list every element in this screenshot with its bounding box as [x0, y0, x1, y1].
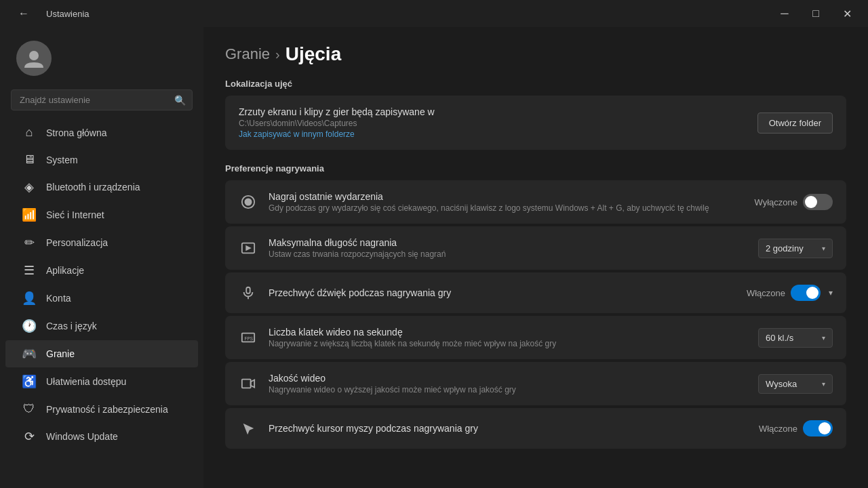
svg-rect-8	[242, 380, 251, 388]
nav-icon-privacy: 🛡	[22, 402, 37, 416]
card-info-max-length: Maksymalna długość nagrania Ustaw czas t…	[269, 237, 747, 259]
card-info-video-quality: Jakość wideo Nagrywanie wideo o wyższej …	[269, 373, 747, 394]
main-layout: 🔍 ⌂ Strona główna🖥 System◈ Bluetooth i u…	[0, 27, 868, 488]
nav-label-system: System	[46, 155, 78, 165]
dropdown-video-quality[interactable]: Wysoka ▾	[758, 374, 833, 394]
sidebar-item-privacy[interactable]: 🛡 Prywatność i zabezpieczenia	[5, 396, 198, 422]
titlebar-title: Ustawienia	[46, 9, 90, 19]
dropdown-fps[interactable]: 60 kl./s ▾	[758, 328, 833, 348]
control-record-last: Wyłączone	[755, 194, 833, 210]
dropdown-value-fps: 60 kl./s	[766, 333, 793, 343]
nav-label-personalization: Personalizacja	[46, 237, 108, 248]
nav-label-accounts: Konta	[46, 293, 71, 304]
nav-label-home: Strona główna	[46, 127, 107, 138]
user-profile	[0, 27, 203, 87]
nav-label-apps: Aplikacje	[46, 265, 84, 276]
card-subtitle-video-quality: Nagrywanie wideo o wyższej jakości może …	[269, 385, 747, 394]
card-title-fps: Liczba klatek wideo na sekundę	[269, 327, 747, 338]
sidebar-item-system[interactable]: 🖥 System	[5, 146, 198, 173]
expand-chevron-capture-audio[interactable]: ▾	[829, 288, 833, 298]
dropdown-chevron-video-quality: ▾	[822, 380, 825, 388]
card-icon-fps: FPS	[239, 328, 258, 347]
sidebar-item-accessibility[interactable]: ♿ Ułatwienia dostępu	[5, 368, 198, 395]
svg-point-0	[29, 51, 39, 60]
toggle-label-capture-audio: Włączone	[747, 288, 785, 298]
nav-icon-home: ⌂	[22, 125, 37, 140]
card-info-record-last: Nagraj ostatnie wydarzenia Gdy podczas g…	[269, 191, 744, 213]
recording-card-capture-audio: Przechwyć dźwięk podczas nagrywania gry …	[225, 272, 846, 313]
card-title-capture-cursor: Przechwyć kursor myszy podczas nagrywani…	[269, 423, 748, 434]
card-icon-capture-audio	[239, 283, 258, 302]
nav-label-time: Czas i język	[46, 321, 97, 331]
toggle-capture-cursor[interactable]	[803, 420, 833, 436]
sidebar-item-home[interactable]: ⌂ Strona główna	[5, 119, 198, 146]
control-capture-audio: Włączone ▾	[747, 285, 833, 301]
open-folder-button[interactable]: Otwórz folder	[757, 113, 833, 134]
nav-icon-accessibility: ♿	[22, 374, 37, 389]
dropdown-max-length[interactable]: 2 godziny ▾	[758, 239, 833, 258]
card-subtitle-max-length: Ustaw czas trwania rozpoczynających się …	[269, 249, 747, 259]
sidebar-item-time[interactable]: 🕐 Czas i język	[5, 312, 198, 340]
card-title-video-quality: Jakość wideo	[269, 373, 747, 384]
location-title: Zrzuty ekranu i klipy z gier będą zapisy…	[239, 106, 747, 117]
recording-section: Preferencje nagrywania Nagraj ostatnie w…	[225, 163, 846, 449]
sidebar-item-apps[interactable]: ☰ Aplikacje	[5, 257, 198, 284]
sidebar-item-windows-update[interactable]: ⟳ Windows Update	[5, 423, 198, 450]
maximize-button[interactable]: □	[800, 3, 831, 24]
card-info-capture-audio: Przechwyć dźwięk podczas nagrywania gry	[269, 287, 736, 298]
sidebar-item-personalization[interactable]: ✏ Personalizacja	[5, 229, 198, 256]
location-info: Zrzuty ekranu i klipy z gier będą zapisy…	[239, 106, 747, 139]
close-button[interactable]: ✕	[831, 3, 863, 24]
card-subtitle-fps: Nagrywanie z większą liczbą klatek na se…	[269, 339, 747, 348]
avatar	[16, 41, 52, 76]
recording-card-max-length: Maksymalna długość nagrania Ustaw czas t…	[225, 226, 846, 270]
nav-icon-system: 🖥	[22, 152, 37, 167]
location-link[interactable]: Jak zapisywać w innym folderze	[239, 129, 747, 139]
nav-label-windows-update: Windows Update	[46, 431, 118, 442]
sidebar-item-network[interactable]: 📶 Sieć i Internet	[5, 201, 198, 228]
card-title-record-last: Nagraj ostatnie wydarzenia	[269, 191, 744, 202]
minimize-button[interactable]: ─	[769, 3, 800, 24]
titlebar-controls: ─ □ ✕	[769, 3, 863, 24]
recording-card-record-last: Nagraj ostatnie wydarzenia Gdy podczas g…	[225, 180, 846, 224]
toggle-record-last[interactable]	[803, 194, 833, 210]
svg-text:FPS: FPS	[245, 336, 253, 341]
nav-icon-time: 🕐	[22, 319, 37, 333]
breadcrumb-parent[interactable]: Granie	[225, 45, 270, 63]
card-icon-capture-cursor	[239, 419, 258, 438]
nav-icon-apps: ☰	[22, 263, 37, 278]
toggle-capture-audio[interactable]	[791, 285, 821, 301]
recording-section-title: Preferencje nagrywania	[225, 163, 846, 174]
control-video-quality: Wysoka ▾	[758, 374, 833, 394]
recording-card-video-quality: Jakość wideo Nagrywanie wideo o wyższej …	[225, 362, 846, 405]
breadcrumb: Granie › Ujęcia	[225, 43, 846, 65]
nav-label-bluetooth: Bluetooth i urządzenia	[46, 182, 140, 192]
dropdown-value-max-length: 2 godziny	[766, 243, 804, 253]
nav-label-network: Sieć i Internet	[46, 209, 104, 220]
nav-icon-network: 📶	[22, 207, 37, 222]
location-path: C:\Users\domin\Videos\Captures	[239, 119, 747, 128]
card-title-capture-audio: Przechwyć dźwięk podczas nagrywania gry	[269, 287, 736, 298]
control-max-length: 2 godziny ▾	[758, 239, 833, 258]
card-info-fps: Liczba klatek wideo na sekundę Nagrywani…	[269, 327, 747, 348]
sidebar-item-bluetooth[interactable]: ◈ Bluetooth i urządzenia	[5, 174, 198, 201]
sidebar: 🔍 ⌂ Strona główna🖥 System◈ Bluetooth i u…	[0, 27, 203, 488]
recording-card-fps: FPS Liczba klatek wideo na sekundę Nagry…	[225, 316, 846, 359]
location-card: Zrzuty ekranu i klipy z gier będą zapisy…	[225, 96, 846, 150]
titlebar: ← Ustawienia ─ □ ✕	[0, 0, 868, 27]
search-input[interactable]	[11, 89, 193, 110]
control-fps: 60 kl./s ▾	[758, 328, 833, 348]
recording-list: Nagraj ostatnie wydarzenia Gdy podczas g…	[225, 180, 846, 449]
control-capture-cursor: Włączone	[759, 420, 833, 436]
sidebar-item-gaming[interactable]: 🎮 Granie	[5, 340, 198, 367]
content-area: Granie › Ujęcia Lokalizacja ujęć Zrzuty …	[203, 27, 868, 488]
dropdown-value-video-quality: Wysoka	[766, 379, 797, 389]
back-button[interactable]: ←	[8, 3, 39, 24]
nav-label-privacy: Prywatność i zabezpieczenia	[46, 404, 168, 415]
nav-icon-accounts: 👤	[22, 291, 37, 306]
card-subtitle-record-last: Gdy podczas gry wydarzyło się coś ciekaw…	[269, 203, 744, 213]
sidebar-item-accounts[interactable]: 👤 Konta	[5, 285, 198, 312]
location-section-title: Lokalizacja ujęć	[225, 79, 846, 89]
titlebar-left: ← Ustawienia	[8, 3, 90, 24]
card-icon-max-length	[239, 239, 258, 258]
